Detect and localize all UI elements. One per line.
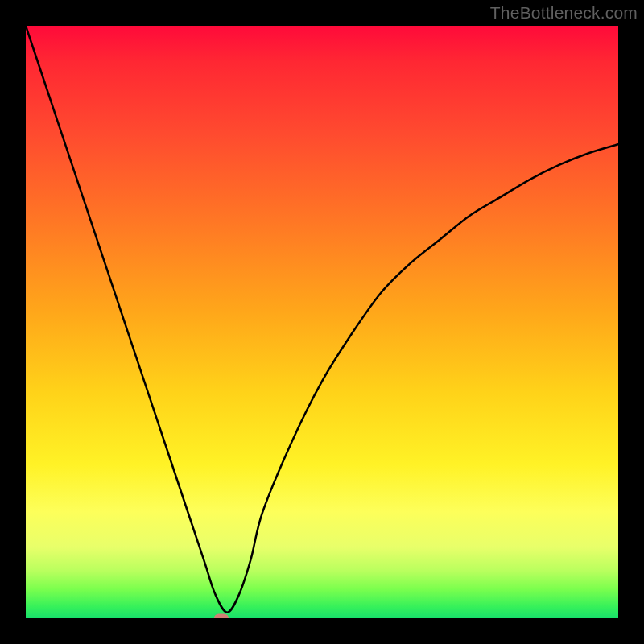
chart-frame: TheBottleneck.com <box>0 0 644 644</box>
watermark-text: TheBottleneck.com <box>490 3 638 23</box>
chart-plot-area <box>26 26 618 618</box>
bottleneck-marker <box>214 614 229 619</box>
bottleneck-curve <box>26 26 618 618</box>
